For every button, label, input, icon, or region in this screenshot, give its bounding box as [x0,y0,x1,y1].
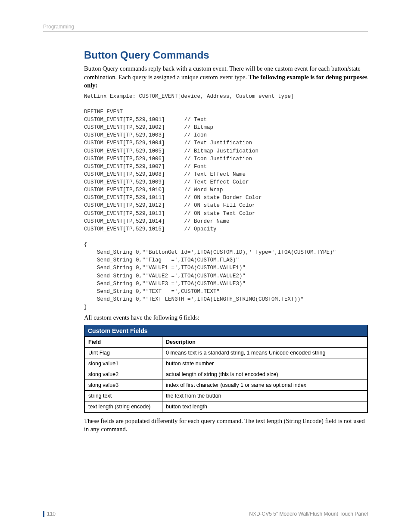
cell-desc: actual length of string (this is not enc… [162,369,367,380]
cell-desc: 0 means text is a standard string, 1 mea… [162,347,367,358]
fields-table-wrap: Custom Event Fields Field Description Ui… [84,325,368,413]
table-row: slong value3 index of first character (u… [85,380,367,390]
table-row: Uint Flag 0 means text is a standard str… [85,347,367,358]
th-field: Field [85,336,162,347]
cell-desc: index of first character (usually 1 or s… [162,380,367,390]
table-header-row: Field Description [85,336,367,347]
cell-desc: the text from the button [162,390,367,401]
content-area: Button Query Commands Button Query comma… [84,49,368,434]
cell-desc: button text length [162,401,367,412]
cell-field: slong value1 [85,358,162,369]
cell-desc: button state number [162,358,367,369]
running-head: Programming [43,24,368,30]
product-name: NXD-CV5 5" Modero Wall/Flush Mount Touch… [249,511,368,517]
cell-field: string text [85,390,162,401]
footer: 110 NXD-CV5 5" Modero Wall/Flush Mount T… [43,511,368,517]
intro-paragraph: Button Query commands reply back with a … [84,65,368,90]
th-desc: Description [162,336,367,347]
cell-field: slong value3 [85,380,162,390]
after-code-text: All custom events have the following 6 f… [84,314,368,322]
cell-field: slong value2 [85,369,162,380]
page-number: 110 [43,511,56,517]
table-row: text length (string encode) button text … [85,401,367,412]
page: Programming Button Query Commands Button… [0,0,411,532]
closing-paragraph: These fields are populated differently f… [84,417,368,434]
cell-field: text length (string encode) [85,401,162,412]
table-row: slong value2 actual length of string (th… [85,369,367,380]
code-block: NetLinx Example: CUSTOM_EVENT[device, Ad… [84,93,368,311]
fields-table-title: Custom Event Fields [84,325,367,336]
cell-field: Uint Flag [85,347,162,358]
header-rule [43,31,368,32]
table-row: string text the text from the button [85,390,367,401]
fields-table: Field Description Uint Flag 0 means text… [84,336,367,412]
section-title: Button Query Commands [84,49,368,61]
table-row: slong value1 button state number [85,358,367,369]
